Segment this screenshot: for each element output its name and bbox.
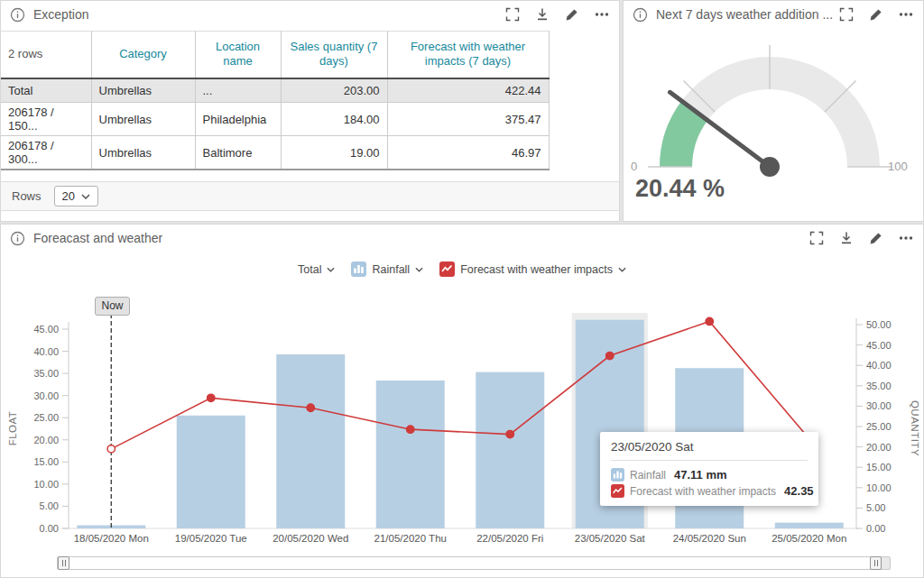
x-axis-label: 24/05/2020 Sun xyxy=(673,533,746,544)
right-axis-title: QUANTITY xyxy=(910,400,920,456)
weather-gauge-panel: Next 7 days weather addition ... 0 100 2… xyxy=(623,0,924,222)
tooltip-value: 42.35 xyxy=(784,484,814,498)
bar-series-icon xyxy=(611,468,624,482)
chart-tooltip: 23/05/2020 Sat Rainfall 47.11 mm Forecas… xyxy=(600,432,818,506)
rainfall-bar[interactable] xyxy=(476,372,544,528)
left-axis-tick-label: 0.00 xyxy=(40,523,59,534)
info-icon[interactable] xyxy=(10,231,25,246)
more-icon[interactable] xyxy=(898,230,914,246)
scrollbar-track[interactable] xyxy=(69,557,870,569)
column-header-sales-quantity[interactable]: Sales quantity (7 days) xyxy=(281,32,387,78)
chart-panel-header: Foreacast and weather xyxy=(1,225,923,252)
panel-title: Next 7 days weather addition ... xyxy=(656,7,833,22)
forecast-point[interactable] xyxy=(706,317,713,325)
right-axis-tick-label: 50.00 xyxy=(866,319,892,330)
forecast-point[interactable] xyxy=(407,426,414,433)
line-series-icon xyxy=(439,261,455,277)
table-cell[interactable]: Baltimore xyxy=(195,136,281,170)
right-axis-tick-label: 5.00 xyxy=(866,502,885,513)
download-icon[interactable] xyxy=(534,6,550,23)
table-cell-value[interactable]: 203.00 xyxy=(281,78,387,103)
legend-label: Rainfall xyxy=(372,263,410,276)
rainfall-bar[interactable] xyxy=(276,354,345,528)
left-axis-tick-label: 45.00 xyxy=(33,324,59,335)
edit-icon[interactable] xyxy=(868,230,884,246)
column-header-location[interactable]: Location name xyxy=(195,32,281,78)
dashboard: Exception 2 rows xyxy=(0,0,924,578)
exception-table: 2 rows Category Location name Sales quan… xyxy=(1,31,550,170)
fullscreen-icon[interactable] xyxy=(504,6,521,23)
line-series-icon xyxy=(611,484,624,498)
table-cell[interactable]: ... xyxy=(195,78,281,103)
right-axis-tick-label: 10.00 xyxy=(866,482,892,493)
column-header-category[interactable]: Category xyxy=(91,32,195,78)
forecast-point[interactable] xyxy=(606,352,614,359)
legend-item-total[interactable]: Total xyxy=(298,263,335,276)
forecast-chart-panel: 0.005.0010.0015.0020.0025.0030.0035.0040… xyxy=(0,224,924,578)
panel-title: Foreacast and weather xyxy=(33,231,162,245)
right-axis-tick-label: 40.00 xyxy=(866,360,892,371)
info-icon[interactable] xyxy=(633,7,648,23)
forecast-point[interactable] xyxy=(208,394,215,401)
table-cell[interactable]: Total xyxy=(1,78,91,103)
rows-label: Rows xyxy=(12,189,42,203)
gauge-max-label: 100 xyxy=(888,160,908,173)
table-cell-value[interactable]: 422.44 xyxy=(387,78,549,103)
page-size-select[interactable]: 20 xyxy=(54,186,98,206)
left-axis-tick-label: 10.00 xyxy=(33,479,59,490)
rainfall-bar[interactable] xyxy=(376,381,445,528)
row-count-label: 2 rows xyxy=(1,32,91,78)
rainfall-bar[interactable] xyxy=(775,523,844,528)
edit-icon[interactable] xyxy=(868,6,884,23)
table-cell-value[interactable]: 375.47 xyxy=(387,103,549,136)
table-cell[interactable]: 206178 / 150... xyxy=(1,103,91,136)
table-cell[interactable]: Umbrellas xyxy=(91,78,195,103)
table-cell[interactable]: 206178 / 300... xyxy=(1,136,91,170)
forecast-point[interactable] xyxy=(107,445,115,453)
gauge-min-label: 0 xyxy=(631,160,637,173)
table-cell-value[interactable]: 19.00 xyxy=(281,136,387,170)
scrollbar-right-handle[interactable] xyxy=(870,556,882,570)
right-axis-tick-label: 25.00 xyxy=(866,421,892,432)
chevron-down-icon xyxy=(81,194,90,199)
left-axis-tick-label: 5.00 xyxy=(40,500,59,511)
tooltip-value: 47.11 mm xyxy=(674,468,727,482)
tooltip-row-rainfall: Rainfall 47.11 mm xyxy=(611,468,808,482)
legend-item-rainfall[interactable]: Rainfall xyxy=(351,261,423,277)
info-icon[interactable] xyxy=(10,7,25,23)
forecast-point[interactable] xyxy=(307,404,314,411)
table-cell-value[interactable]: 46.97 xyxy=(387,136,549,170)
fullscreen-icon[interactable] xyxy=(838,6,855,23)
x-axis-label: 25/05/2020 Mon xyxy=(772,533,846,544)
forecast-point[interactable] xyxy=(506,430,513,437)
left-axis-tick-label: 40.00 xyxy=(33,346,59,357)
rainfall-bar[interactable] xyxy=(177,416,245,528)
right-axis-tick-label: 35.00 xyxy=(866,381,892,391)
table-row[interactable]: TotalUmbrellas...203.00422.44 xyxy=(1,78,549,103)
table-header-row: 2 rows Category Location name Sales quan… xyxy=(1,32,549,78)
column-header-forecast[interactable]: Forecast with weather impacts (7 days) xyxy=(387,32,549,78)
table-cell[interactable]: Umbrellas xyxy=(91,103,195,136)
table-row[interactable]: 206178 / 150...UmbrellasPhiladelphia184.… xyxy=(1,103,549,136)
tooltip-label: Rainfall xyxy=(630,469,666,482)
fullscreen-icon[interactable] xyxy=(808,230,825,246)
combo-chart: 0.005.0010.0015.0020.0025.0030.0035.0040… xyxy=(1,225,924,578)
chevron-down-icon xyxy=(618,267,626,272)
table-cell[interactable]: Umbrellas xyxy=(91,136,195,170)
chevron-down-icon xyxy=(327,267,335,272)
legend-item-forecast[interactable]: Forecast with weather impacts xyxy=(439,261,626,277)
table-cell[interactable]: Philadelphia xyxy=(195,103,281,136)
panel-toolbar xyxy=(808,230,914,246)
left-axis-tick-label: 35.00 xyxy=(33,368,59,379)
right-axis-tick-label: 30.00 xyxy=(866,400,892,411)
table-cell-value[interactable]: 184.00 xyxy=(281,103,387,136)
table-footer: Rows 20 xyxy=(1,181,619,211)
edit-icon[interactable] xyxy=(564,6,580,23)
chart-range-scrollbar[interactable] xyxy=(57,556,891,570)
table-row[interactable]: 206178 / 300...UmbrellasBaltimore19.0046… xyxy=(1,136,549,170)
more-icon[interactable] xyxy=(594,6,610,23)
scrollbar-left-handle[interactable] xyxy=(58,556,69,570)
download-icon[interactable] xyxy=(838,230,855,246)
chart-legend: Total Rainfall Forecast with weather imp… xyxy=(1,261,923,277)
more-icon[interactable] xyxy=(898,6,914,23)
